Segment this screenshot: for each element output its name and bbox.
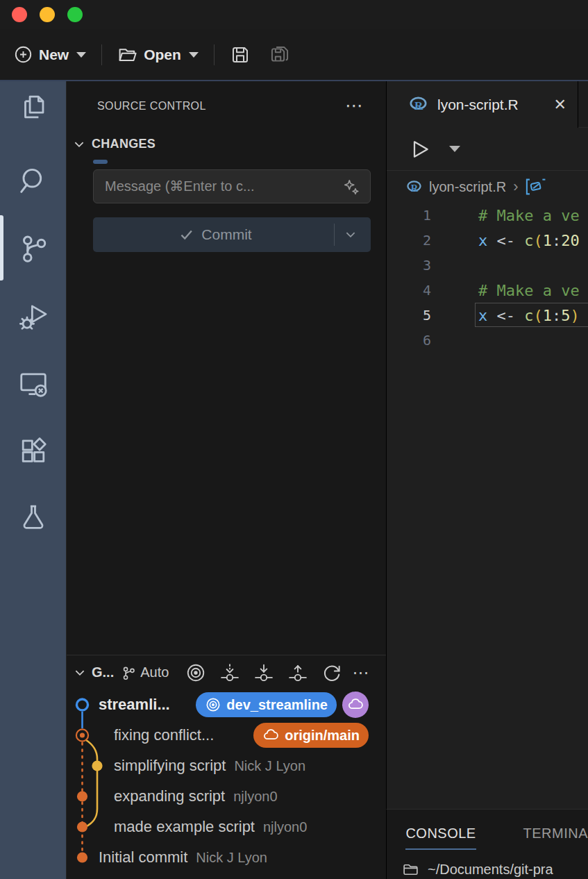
- auto-label[interactable]: Auto: [140, 664, 169, 680]
- sidebar-item-run-debug[interactable]: [16, 298, 51, 333]
- code-line[interactable]: 4# Make a ve: [387, 278, 588, 303]
- changes-label: CHANGES: [92, 137, 156, 151]
- folder-open-icon: [117, 44, 137, 65]
- close-window-button[interactable]: [12, 7, 27, 22]
- sidebar-item-testing[interactable]: [16, 499, 51, 534]
- branch-badge[interactable]: dev_streamline: [196, 692, 337, 717]
- target-icon[interactable]: [185, 662, 206, 683]
- folder-icon: [402, 861, 419, 878]
- commit-dropdown-button[interactable]: [335, 228, 367, 241]
- sidebar-item-explorer[interactable]: [16, 90, 51, 124]
- working-directory-row[interactable]: ~/Documents/git-pra: [402, 861, 553, 878]
- r-logo-icon: R: [409, 95, 428, 114]
- commit-author: Nick J Lyon: [234, 758, 305, 774]
- line-number: 6: [387, 332, 445, 349]
- sidebar-item-extensions[interactable]: [16, 433, 51, 467]
- more-actions-button[interactable]: ⋯: [345, 95, 365, 117]
- commit-message: expanding script: [114, 787, 225, 805]
- minimize-window-button[interactable]: [40, 7, 55, 22]
- code-line[interactable]: 6: [387, 328, 588, 353]
- tab-console[interactable]: CONSOLE: [405, 826, 476, 850]
- commit-message-box: [93, 169, 371, 203]
- remote-branch-badge[interactable]: origin/main: [253, 723, 369, 748]
- graph-more-button[interactable]: ⋯: [352, 663, 370, 683]
- debug-icon: [17, 299, 49, 331]
- source-control-header: SOURCE CONTROL ⋯: [67, 95, 386, 120]
- tab-bar: R lyon-script.R ✕: [387, 81, 588, 128]
- commit-message: simplifying script: [114, 757, 226, 775]
- sidebar-item-sessions[interactable]: [16, 366, 51, 401]
- code-text: x <- c(1:20: [478, 232, 580, 249]
- changes-section-header[interactable]: CHANGES: [73, 137, 156, 151]
- remote-monitor-icon: [17, 367, 49, 399]
- commit-button[interactable]: Commit: [93, 217, 371, 252]
- sidebar-item-search[interactable]: [16, 163, 51, 198]
- commit-row[interactable]: expanding scriptnjlyon0: [67, 781, 386, 812]
- code-line[interactable]: 2x <- c(1:20: [387, 228, 588, 253]
- cloud-badge[interactable]: [342, 692, 369, 718]
- new-button[interactable]: New: [14, 45, 86, 64]
- chevron-down-icon[interactable]: [74, 667, 86, 679]
- code-line[interactable]: 3: [387, 253, 588, 278]
- badge-label: dev_streamline: [226, 697, 328, 713]
- circle-plus-icon: [14, 45, 33, 64]
- git-push-icon[interactable]: [287, 662, 308, 683]
- commit-row[interactable]: Initial commitNick J Lyon: [67, 842, 386, 873]
- sidebar-item-source-control[interactable]: [16, 231, 51, 265]
- open-label: Open: [144, 47, 181, 63]
- graph-title: G...: [92, 664, 114, 680]
- git-fetch-icon[interactable]: [219, 662, 240, 683]
- panel-title: SOURCE CONTROL: [97, 100, 206, 112]
- run-button[interactable]: [409, 138, 431, 160]
- section-scroll-indicator: [93, 160, 108, 164]
- svg-text:R: R: [414, 99, 423, 112]
- line-number: 2: [387, 232, 445, 249]
- sparkle-icon[interactable]: [342, 178, 360, 196]
- line-number: 5: [387, 307, 445, 324]
- chevron-down-icon: [189, 52, 199, 58]
- tab-terminal[interactable]: TERMINA: [523, 826, 588, 850]
- editor-group: R lyon-script.R ✕ R: [386, 81, 588, 809]
- line-number: 3: [387, 257, 445, 274]
- badge-label: origin/main: [285, 728, 360, 744]
- maximize-window-button[interactable]: [67, 7, 83, 22]
- open-button[interactable]: Open: [117, 44, 199, 65]
- code-text: # Make a ve: [478, 282, 580, 299]
- tab-lyon-script[interactable]: R lyon-script.R ✕: [387, 81, 578, 128]
- code-area[interactable]: 1# Make a ve2x <- c(1:2034# Make a ve5x …: [387, 203, 588, 809]
- breadcrumb[interactable]: R lyon-script.R ›: [387, 171, 588, 203]
- line-number: 4: [387, 282, 445, 299]
- titlebar: [0, 0, 588, 29]
- breadcrumb-file[interactable]: lyon-script.R: [429, 179, 506, 195]
- chevron-down-icon: [76, 52, 86, 58]
- commit-message: made example script: [114, 818, 255, 836]
- symbol-icon[interactable]: [525, 178, 546, 196]
- git-branch-icon: [121, 665, 136, 680]
- commit-row[interactable]: simplifying scriptNick J Lyon: [67, 751, 386, 781]
- panel-tab-bar: CONSOLE TERMINA: [387, 810, 588, 850]
- commit-row[interactable]: fixing conflict...origin/main: [67, 720, 386, 751]
- active-view-indicator: [0, 215, 3, 281]
- line-number: 1: [387, 207, 445, 224]
- commit-row[interactable]: streamli...dev_streamline: [67, 689, 386, 720]
- code-line[interactable]: 1# Make a ve: [387, 203, 588, 228]
- activity-bar: [0, 81, 66, 879]
- workbench: SOURCE CONTROL ⋯ CHANGES: [0, 80, 588, 879]
- run-dropdown-button[interactable]: [449, 146, 460, 152]
- save-all-button[interactable]: [269, 44, 291, 66]
- source-control-icon: [17, 232, 49, 264]
- refresh-icon[interactable]: [321, 662, 342, 683]
- code-line[interactable]: 5x <- c(1:5): [387, 303, 588, 328]
- source-control-panel: SOURCE CONTROL ⋯ CHANGES: [66, 81, 386, 879]
- git-pull-icon[interactable]: [253, 662, 274, 683]
- commit-message-input[interactable]: [103, 178, 342, 195]
- code-text: # Make a ve: [478, 207, 580, 224]
- save-button[interactable]: [230, 44, 251, 65]
- files-icon: [17, 91, 49, 123]
- new-label: New: [39, 47, 69, 63]
- commit-author: njlyon0: [263, 819, 307, 835]
- breadcrumb-separator: ›: [513, 178, 518, 196]
- close-tab-button[interactable]: ✕: [554, 96, 566, 114]
- app-window: New Open: [0, 0, 588, 879]
- commit-row[interactable]: made example scriptnjlyon0: [67, 812, 386, 842]
